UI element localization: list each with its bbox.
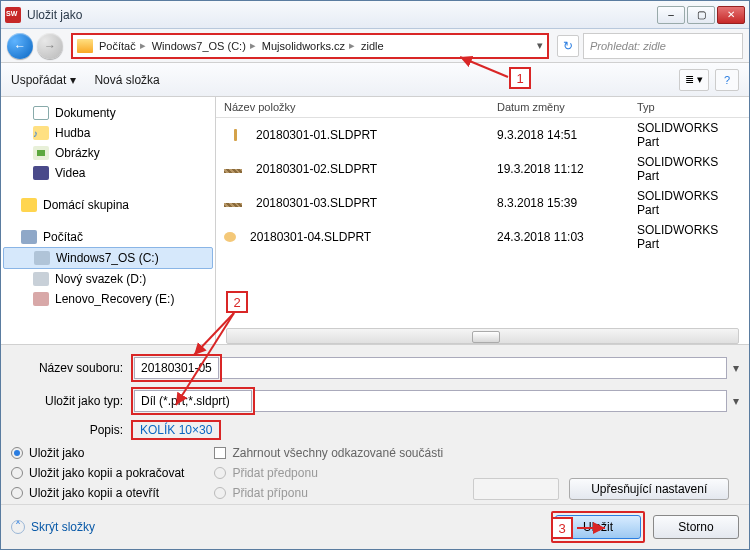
close-button[interactable]: ✕ [717,6,745,24]
file-list: Název položky Datum změny Typ 20180301-0… [216,97,749,344]
refresh-button[interactable]: ↻ [557,35,579,57]
radio-add-suffix: Přidat příponu [214,486,443,500]
filename-dropdown-icon[interactable]: ▾ [733,361,739,375]
col-date[interactable]: Datum změny [489,101,629,113]
window-buttons: – ▢ ✕ [657,6,745,24]
nav-pane: Dokumenty Hudba Obrázky Videa Domácí sku… [1,97,216,344]
bottom-panel: Název souboru: 20180301-05 ▾ Uložit jako… [1,344,749,504]
forward-button[interactable]: → [37,33,63,59]
help-button[interactable]: ? [715,69,739,91]
description-input[interactable]: KOLÍK 10×30 [134,421,218,439]
annotation-1: 1 [509,67,531,89]
options-area: Uložit jako Uložit jako kopii a pokračov… [11,446,739,500]
file-rows: 20180301-01.SLDPRT9.3.2018 14:51SOLIDWOR… [216,118,749,324]
toolbar: Uspořádat▾ Nová složka ≣ ▾ ? [1,63,749,97]
organize-menu[interactable]: Uspořádat▾ [11,73,76,87]
nav-drive-e[interactable]: Lenovo_Recovery (E:) [3,289,213,309]
file-row[interactable]: 20180301-01.SLDPRT9.3.2018 14:51SOLIDWOR… [216,118,749,152]
file-row[interactable]: 20180301-02.SLDPRT19.3.2018 11:12SOLIDWO… [216,152,749,186]
radio-saveas-copy-open[interactable]: Uložit jako kopii a otevřít [11,486,184,500]
file-list-header[interactable]: Název položky Datum změny Typ [216,97,749,118]
footer: ˄ Skrýt složky Uložit Storno [1,504,749,549]
filename-input-rest[interactable] [222,357,727,379]
col-name[interactable]: Název položky [216,101,489,113]
breadcrumb-3[interactable]: zidle [361,40,384,52]
nav-library-pictures[interactable]: Obrázky [3,143,213,163]
folder-icon [77,39,93,53]
breadcrumb-1[interactable]: Windows7_OS (C:)▸ [152,39,260,52]
description-label: Popis: [11,423,131,437]
chevron-up-icon: ˄ [11,520,25,534]
horizontal-scrollbar[interactable] [226,328,739,344]
check-include-refs[interactable]: Zahrnout všechny odkazované součásti [214,446,443,460]
new-folder-button[interactable]: Nová složka [94,73,159,87]
titlebar: Uložit jako – ▢ ✕ [1,1,749,29]
svg-line-0 [460,57,508,77]
filename-label: Název souboru: [11,361,131,375]
file-row[interactable]: 20180301-03.SLDPRT8.3.2018 15:39SOLIDWOR… [216,186,749,220]
svg-line-2 [176,313,234,405]
savetype-label: Uložit jako typ: [11,394,131,408]
hide-folders-link[interactable]: ˄ Skrýt složky [11,520,95,534]
radio-saveas[interactable]: Uložit jako [11,446,184,460]
cancel-button[interactable]: Storno [653,515,739,539]
file-row[interactable]: 20180301-04.SLDPRT24.3.2018 11:03SOLIDWO… [216,220,749,254]
search-input[interactable]: Prohledat: zidle [583,33,743,59]
radio-add-prefix: Přidat předponu [214,466,443,480]
view-options-button[interactable]: ≣ ▾ [679,69,709,91]
nav-drive-d[interactable]: Nový svazek (D:) [3,269,213,289]
nav-drive-c[interactable]: Windows7_OS (C:) [3,247,213,269]
annotation-2: 2 [226,291,248,313]
annotation-3-arrow [575,518,609,542]
nav-library-documents[interactable]: Dokumenty [3,103,213,123]
prefix-suffix-input [473,478,559,500]
window-title: Uložit jako [27,8,657,22]
savetype-select-rest[interactable] [255,390,727,412]
address-dropdown-icon[interactable]: ▾ [537,39,543,52]
split-area: Dokumenty Hudba Obrázky Videa Domácí sku… [1,97,749,344]
nav-library-videos[interactable]: Videa [3,163,213,183]
col-type[interactable]: Typ [629,101,749,113]
radio-saveas-copy-continue[interactable]: Uložit jako kopii a pokračovat [11,466,184,480]
annotation-3: 3 [551,517,573,539]
nav-library-music[interactable]: Hudba [3,123,213,143]
nav-computer[interactable]: Počítač [3,227,213,247]
minimize-button[interactable]: – [657,6,685,24]
annotation-2-arrow-b [171,311,241,415]
maximize-button[interactable]: ▢ [687,6,715,24]
savetype-dropdown-icon[interactable]: ▾ [733,394,739,408]
annotation-1-arrow [456,53,511,87]
nav-homegroup[interactable]: Domácí skupina [3,195,213,215]
breadcrumb-0[interactable]: Počítač▸ [99,39,150,52]
save-as-dialog: Uložit jako – ▢ ✕ ← → Počítač▸ Windows7_… [0,0,750,550]
advanced-settings-button[interactable]: Upřesňující nastavení [569,478,729,500]
back-button[interactable]: ← [7,33,33,59]
nav-row: ← → Počítač▸ Windows7_OS (C:)▸ Mujsolidw… [1,29,749,63]
breadcrumb-2[interactable]: Mujsolidworks.cz▸ [262,39,359,52]
app-icon [5,7,21,23]
